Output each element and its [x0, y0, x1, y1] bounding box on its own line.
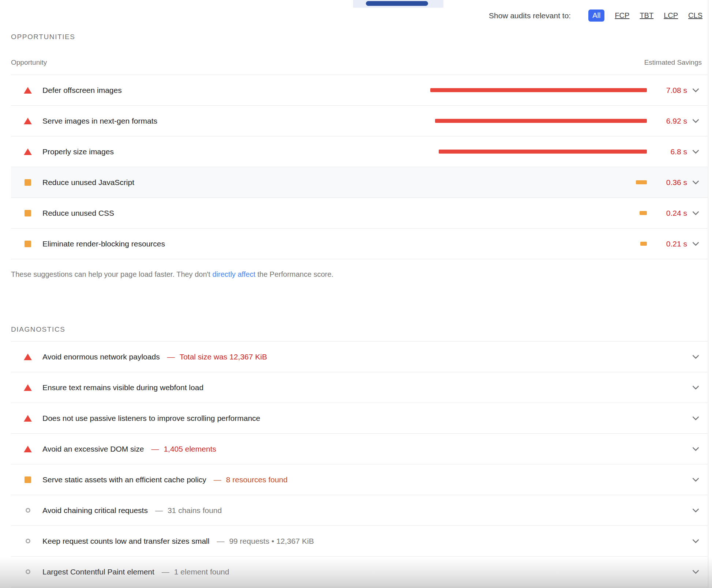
- savings-bar-track: [430, 88, 647, 92]
- savings-bar-track: [430, 119, 647, 123]
- filter-chip-all[interactable]: All: [588, 10, 604, 22]
- chevron-down-icon: [692, 116, 699, 123]
- opportunities-rows: Defer offscreen images7.08 sServe images…: [11, 75, 708, 259]
- savings-bar: [430, 88, 647, 92]
- average-square-icon: [25, 179, 31, 186]
- savings-value: 6.92 s: [651, 117, 687, 125]
- audit-score-icon-cell: [24, 118, 32, 124]
- audit-filter-bar: Show audits relevant to: AllFCPTBTLCPCLS: [489, 10, 702, 22]
- display-value-dash: —: [217, 537, 224, 546]
- audit-score-icon-cell: [24, 210, 32, 216]
- footer-text-before: These suggestions can help your page loa…: [11, 270, 212, 278]
- expand-chevron[interactable]: [690, 448, 701, 450]
- display-value-text: 31 chains found: [168, 506, 222, 515]
- informative-circle-icon: [26, 539, 30, 543]
- informative-circle-icon: [26, 569, 30, 574]
- diagnostic-row[interactable]: Keep request counts low and transfer siz…: [11, 526, 708, 557]
- fail-triangle-icon: [24, 384, 32, 391]
- opportunity-row[interactable]: Defer offscreen images7.08 s: [11, 75, 708, 106]
- audit-score-icon-cell: [24, 148, 32, 155]
- expand-chevron[interactable]: [690, 355, 701, 358]
- filter-chip-lcp[interactable]: LCP: [664, 11, 678, 20]
- display-value-text: 1 element found: [174, 568, 229, 576]
- audit-title: Serve images in next-gen formats: [42, 117, 157, 125]
- report-content: OPPORTUNITIES Opportunity Estimated Savi…: [11, 26, 708, 587]
- expand-chevron[interactable]: [690, 417, 701, 419]
- display-value-text: 1,405 elements: [164, 445, 216, 453]
- expand-chevron[interactable]: [690, 509, 701, 512]
- expand-chevron[interactable]: [690, 120, 701, 122]
- expand-chevron[interactable]: [690, 386, 701, 389]
- expand-chevron[interactable]: [690, 150, 701, 153]
- estimated-savings-cell: 6.92 s: [430, 117, 701, 125]
- footer-text-after: the Performance score.: [255, 270, 333, 278]
- opportunity-row[interactable]: Serve images in next-gen formats6.92 s: [11, 106, 708, 136]
- opportunities-footer: These suggestions can help your page loa…: [11, 270, 708, 279]
- opportunity-row[interactable]: Reduce unused CSS0.24 s: [11, 198, 708, 229]
- directly-affect-link[interactable]: directly affect: [212, 270, 255, 278]
- column-estimated-savings: Estimated Savings: [644, 59, 702, 67]
- diagnostic-row[interactable]: Avoid enormous network payloads—Total si…: [11, 342, 708, 372]
- expand-chevron[interactable]: [690, 478, 701, 481]
- savings-bar-track: [430, 180, 647, 184]
- display-value-dash: —: [155, 506, 163, 515]
- column-opportunity: Opportunity: [11, 59, 47, 67]
- chevron-down-icon: [692, 536, 699, 543]
- opportunities-table-header: Opportunity Estimated Savings: [11, 41, 708, 75]
- filter-chip-fcp[interactable]: FCP: [615, 11, 629, 20]
- report-right-border: [708, 0, 708, 588]
- estimated-savings-cell: 0.36 s: [430, 178, 701, 187]
- audit-score-icon-cell: [24, 354, 32, 360]
- diagnostic-row[interactable]: Ensure text remains visible during webfo…: [11, 372, 708, 403]
- savings-bar-track: [430, 211, 647, 215]
- filter-bar-label: Show audits relevant to:: [489, 11, 571, 20]
- savings-bar-track: [430, 242, 647, 246]
- diagnostic-row[interactable]: Avoid chaining critical requests—31 chai…: [11, 495, 708, 526]
- top-tab-remnant[interactable]: [353, 0, 443, 8]
- expand-chevron[interactable]: [690, 89, 701, 91]
- audit-score-icon-cell: [24, 508, 32, 513]
- audit-score-icon-cell: [24, 446, 32, 452]
- filter-chip-tbt[interactable]: TBT: [640, 11, 653, 20]
- display-value-text: Total size was 12,367 KiB: [180, 353, 267, 361]
- expand-chevron[interactable]: [690, 212, 701, 214]
- savings-value: 0.36 s: [651, 178, 687, 187]
- expand-chevron[interactable]: [690, 540, 701, 542]
- opportunity-row[interactable]: Eliminate render-blocking resources0.21 …: [11, 229, 708, 259]
- diagnostic-row[interactable]: Avoid an excessive DOM size—1,405 elemen…: [11, 434, 708, 464]
- average-square-icon: [25, 476, 31, 483]
- fail-triangle-icon: [24, 354, 32, 360]
- chevron-down-icon: [692, 506, 699, 512]
- expand-chevron[interactable]: [690, 570, 701, 573]
- chevron-down-icon: [692, 444, 699, 451]
- opportunity-row[interactable]: Properly size images6.8 s: [11, 136, 708, 167]
- diagnostic-row[interactable]: Does not use passive listeners to improv…: [11, 403, 708, 434]
- savings-bar: [636, 180, 647, 184]
- savings-bar: [640, 242, 647, 246]
- audit-title: Properly size images: [42, 147, 114, 156]
- audit-title: Keep request counts low and transfer siz…: [42, 537, 209, 546]
- estimated-savings-cell: 6.8 s: [430, 147, 701, 156]
- display-value-dash: —: [162, 568, 169, 576]
- diagnostics-section: DIAGNOSTICS Avoid enormous network paylo…: [11, 325, 708, 587]
- audit-display-value: —1 element found: [162, 568, 229, 576]
- expand-chevron[interactable]: [690, 181, 701, 184]
- top-tab-pill: [366, 1, 428, 6]
- audit-display-value: —8 resources found: [214, 475, 288, 484]
- chevron-down-icon: [692, 383, 699, 389]
- chevron-down-icon: [692, 147, 699, 154]
- opportunity-row[interactable]: Reduce unused JavaScript0.36 s: [11, 167, 708, 198]
- average-square-icon: [25, 210, 31, 216]
- opportunities-section: OPPORTUNITIES Opportunity Estimated Savi…: [11, 33, 708, 279]
- expand-chevron[interactable]: [690, 242, 701, 245]
- audit-display-value: —99 requests • 12,367 KiB: [217, 537, 314, 546]
- filter-chip-cls[interactable]: CLS: [688, 11, 702, 20]
- audit-title: Avoid enormous network payloads: [42, 353, 160, 361]
- display-value-dash: —: [151, 445, 159, 453]
- audit-display-value: —Total size was 12,367 KiB: [167, 353, 267, 361]
- diagnostic-row[interactable]: Serve static assets with an efficient ca…: [11, 464, 708, 495]
- diagnostic-row[interactable]: Largest Contentful Paint element—1 eleme…: [11, 557, 708, 587]
- audit-title: Does not use passive listeners to improv…: [42, 414, 260, 423]
- chevron-down-icon: [692, 208, 699, 215]
- audit-title: Avoid an excessive DOM size: [42, 445, 144, 453]
